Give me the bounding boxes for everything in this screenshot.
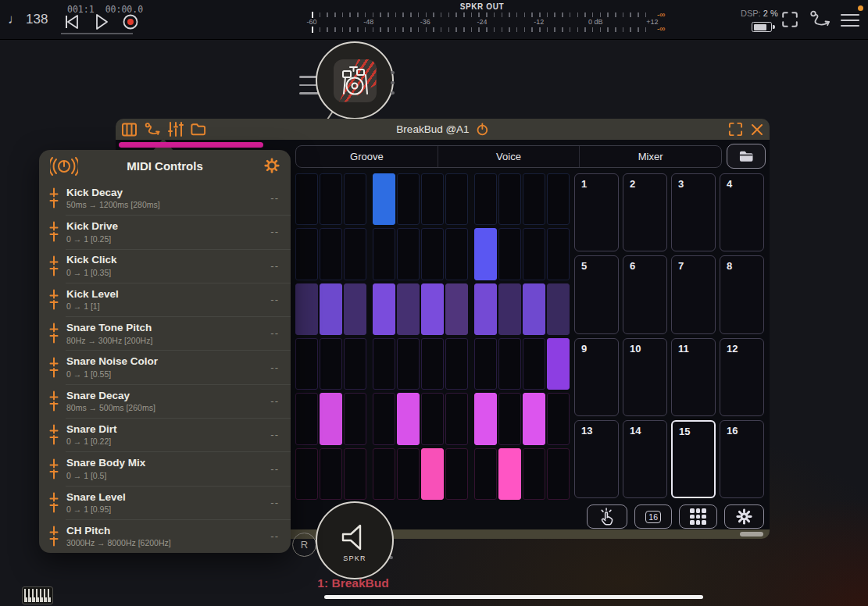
pad-15[interactable]: 15 (671, 420, 716, 498)
step-cell[interactable] (498, 283, 521, 335)
step-cell[interactable] (474, 283, 497, 335)
plugin-titlebar[interactable]: BreakBud @A1 (116, 119, 770, 140)
midi-control-row[interactable]: Kick Click 0 → 1 [0.35] -- (39, 249, 291, 283)
step-cell[interactable] (421, 448, 444, 500)
step-cell[interactable] (320, 228, 342, 280)
step-cell[interactable] (421, 228, 444, 280)
midi-learn-icon[interactable] (50, 157, 78, 176)
pad-8[interactable]: 8 (720, 255, 764, 333)
step-cell[interactable] (397, 338, 420, 390)
step-cell[interactable] (344, 283, 366, 335)
step-cell[interactable] (445, 393, 468, 444)
step-cell[interactable] (445, 228, 468, 280)
step-cell[interactable] (523, 448, 545, 500)
step-cell[interactable] (523, 393, 545, 444)
step-cell[interactable] (397, 393, 420, 444)
step-cell[interactable] (344, 338, 366, 390)
midi-control-row[interactable]: Snare Level 0 → 1 [0.95] -- (39, 486, 291, 519)
pad-10[interactable]: 10 (623, 338, 667, 416)
pad-6[interactable]: 6 (623, 255, 667, 333)
step-cell[interactable] (320, 283, 342, 335)
step-cell[interactable] (498, 338, 521, 390)
step-cell[interactable] (523, 338, 545, 390)
step-cell[interactable] (295, 393, 318, 444)
step-cell[interactable] (421, 283, 444, 335)
step-cell[interactable] (547, 173, 570, 225)
midi-control-row[interactable]: Snare Body Mix 0 → 1 [0.5] -- (39, 451, 291, 485)
step-cell[interactable] (547, 448, 570, 500)
step-cell[interactable] (474, 448, 497, 500)
window-scroll-handle[interactable] (740, 532, 763, 536)
step-cell[interactable] (344, 448, 366, 500)
pad-3[interactable]: 3 (671, 173, 716, 251)
pad-4[interactable]: 4 (720, 173, 764, 251)
step-cell[interactable] (421, 173, 444, 225)
power-icon[interactable] (476, 123, 489, 136)
step-cell[interactable] (474, 228, 497, 280)
step-cell[interactable] (397, 448, 420, 500)
close-icon[interactable] (751, 123, 763, 136)
settings-button[interactable] (724, 504, 764, 529)
pad-7[interactable]: 7 (671, 255, 716, 333)
pad-12[interactable]: 12 (720, 338, 764, 416)
tempo-display[interactable]: ♩ 138 (8, 12, 48, 27)
step-cell[interactable] (498, 393, 521, 444)
touch-mode-button[interactable] (587, 504, 627, 529)
midi-settings-gear-icon[interactable] (263, 157, 280, 174)
step-cell[interactable] (547, 283, 570, 335)
step-cell[interactable] (320, 173, 342, 225)
midi-control-row[interactable]: Snare Tone Pitch 80Hz → 300Hz [200Hz] -- (39, 316, 291, 350)
step-cell[interactable] (397, 173, 420, 225)
step-cell[interactable] (445, 448, 468, 500)
step-cell[interactable] (295, 283, 318, 335)
step-cell[interactable] (474, 338, 497, 390)
tab-groove[interactable]: Groove (296, 146, 438, 167)
step-cell[interactable] (474, 173, 497, 225)
breakbud-node[interactable] (316, 41, 394, 119)
fullscreen-button[interactable] (781, 10, 798, 29)
step-cell[interactable] (523, 283, 545, 335)
step-cell[interactable] (320, 448, 342, 500)
step-cell[interactable] (295, 338, 318, 390)
speaker-node[interactable]: SPKR (316, 501, 394, 579)
midi-control-row[interactable]: Snare Decay 80ms → 500ms [260ms] -- (39, 384, 291, 418)
step-cell[interactable] (523, 228, 545, 280)
step-cell[interactable] (373, 393, 395, 444)
pad-9[interactable]: 9 (574, 338, 619, 416)
midi-controls-view-icon[interactable] (167, 121, 184, 137)
record-arm-badge[interactable]: R (292, 533, 316, 557)
tab-mixer[interactable]: Mixer (579, 146, 721, 167)
mini-keyboard-toggle[interactable] (22, 586, 53, 604)
step-cell[interactable] (474, 393, 497, 444)
pad-1[interactable]: 1 (574, 173, 619, 251)
midi-control-row[interactable]: Snare Noise Color 0 → 1 [0.55] -- (39, 350, 291, 383)
midi-control-row[interactable]: Kick Drive 0 → 1 [0.25] -- (39, 215, 291, 248)
play-button[interactable] (91, 12, 111, 32)
step-cell[interactable] (498, 228, 521, 280)
presets-folder-icon[interactable] (190, 122, 206, 137)
pad-5[interactable]: 5 (574, 255, 619, 333)
pad-13[interactable]: 13 (574, 420, 619, 498)
step-cell[interactable] (498, 173, 521, 225)
pattern-folder-button[interactable] (727, 144, 766, 169)
tab-voice[interactable]: Voice (438, 146, 580, 167)
step-cell[interactable] (523, 173, 545, 225)
step-count-button[interactable]: 16 (634, 504, 672, 529)
step-cell[interactable] (397, 228, 420, 280)
window-fullscreen-icon[interactable] (728, 122, 743, 137)
rewind-button[interactable] (61, 12, 81, 32)
step-cell[interactable] (397, 283, 420, 335)
node-port-dots[interactable] (391, 64, 395, 102)
step-cell[interactable] (320, 393, 342, 444)
grid-view-button[interactable] (679, 504, 717, 529)
midi-control-row[interactable]: Kick Decay 50ms → 1200ms [280ms] -- (39, 181, 291, 215)
step-cell[interactable] (547, 228, 570, 280)
step-cell[interactable] (421, 338, 444, 390)
horizontal-scrollbar[interactable] (324, 595, 703, 599)
step-cell[interactable] (320, 338, 342, 390)
step-cell[interactable] (295, 228, 318, 280)
output-meter[interactable]: SPKR OUT -60-48-36-24-120 dB+12 -∞ -∞ (312, 2, 673, 35)
step-cell[interactable] (373, 173, 395, 225)
step-cell[interactable] (295, 173, 318, 225)
step-cell[interactable] (344, 393, 366, 444)
